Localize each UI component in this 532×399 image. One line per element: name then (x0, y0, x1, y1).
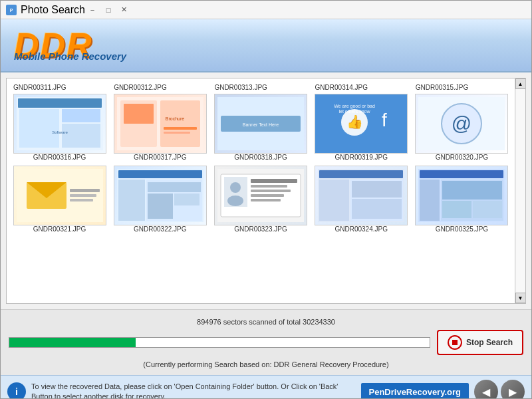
photo-thumb-316: Software (13, 94, 106, 154)
photo-label-319: GNDR00319.JPG (334, 154, 387, 161)
photo-item-317[interactable]: Brochure GNDR00317.JPG (112, 94, 207, 163)
svg-rect-34 (118, 170, 202, 178)
info-icon: i (7, 382, 26, 399)
stop-btn-label: Stop Search (466, 338, 513, 347)
scroll-up-button[interactable]: ▲ (515, 78, 526, 89)
nav-buttons: ◀ ▶ (474, 380, 525, 399)
svg-rect-51 (319, 170, 403, 178)
photo-item-316[interactable]: Software GNDR00316.JPG (12, 94, 107, 163)
photo-label-324: GNDR00324.JPG (334, 225, 387, 233)
scroll-down-button[interactable]: ▼ (515, 293, 526, 303)
photo-thumb-322 (114, 166, 207, 225)
photo-label-322: GNDR00322.JPG (134, 225, 186, 233)
photo-label-317: GNDR00317.JPG (134, 154, 186, 161)
svg-rect-52 (319, 180, 349, 221)
progress-area: 894976 sectors scanned of total 30234330… (1, 309, 531, 375)
svg-rect-11 (124, 104, 154, 124)
photo-thumb-323 (214, 166, 307, 225)
svg-rect-5 (62, 109, 100, 122)
stop-search-button[interactable]: ⏹ Stop Search (437, 330, 523, 355)
photo-item-319[interactable]: 👍 We are good or bad let others know f G… (314, 94, 409, 163)
svg-rect-14 (164, 132, 190, 134)
svg-rect-60 (442, 181, 502, 200)
photo-item-323[interactable]: GNDR00323.JPG (213, 166, 308, 235)
photo-label-315: GNDR00315.JPG (414, 84, 509, 91)
svg-rect-43 (251, 179, 297, 183)
svg-text:let others know: let others know (339, 109, 371, 114)
photo-thumb-324 (315, 166, 408, 225)
svg-text:Software: Software (52, 130, 68, 134)
info-bar: i To view the recovered Data, please cli… (1, 375, 531, 399)
close-button[interactable]: ✕ (117, 4, 132, 16)
svg-rect-46 (251, 194, 284, 197)
svg-rect-62 (473, 201, 502, 218)
grid-row-2: Software GNDR00316.JPG Brochure (12, 94, 509, 163)
next-button[interactable]: ▶ (501, 380, 525, 399)
svg-text:We are good or bad: We are good or bad (334, 104, 375, 109)
photo-item-321[interactable]: GNDR00321.JPG (12, 166, 107, 235)
svg-rect-32 (70, 199, 93, 201)
grid-row-3: GNDR00321.JPG (12, 166, 509, 235)
window-controls: − □ ✕ (85, 4, 132, 16)
svg-rect-35 (118, 180, 145, 221)
svg-rect-6 (62, 124, 100, 148)
svg-rect-38 (148, 194, 173, 219)
title-bar: P Photo Search − □ ✕ (1, 1, 531, 19)
photo-item-320[interactable]: @ GNDR00320.JPG (414, 94, 509, 163)
photo-label-318: GNDR00318.JPG (234, 154, 287, 161)
svg-rect-57 (420, 170, 503, 178)
back-button[interactable]: ◀ (474, 380, 498, 399)
photo-thumb-321 (13, 166, 106, 225)
info-letter: i (15, 386, 18, 397)
maximize-button[interactable]: □ (101, 4, 116, 16)
minimize-button[interactable]: − (85, 4, 100, 16)
photo-label-314: GNDR00314.JPG (314, 84, 409, 91)
photo-label-325: GNDR00325.JPG (436, 225, 488, 233)
photo-label-313: GNDR00313.JPG (213, 84, 308, 91)
photo-item-324[interactable]: GNDR00324.JPG (314, 166, 409, 235)
svg-rect-30 (70, 189, 100, 192)
svg-text:Banner Text Here: Banner Text Here (243, 122, 279, 127)
photo-label-320: GNDR00320.JPG (436, 154, 488, 161)
grid-row-labels-1: GNDR00311.JPG GNDR00312.JPG GNDR00313.JP… (12, 84, 520, 91)
svg-point-48 (230, 182, 241, 193)
svg-rect-37 (148, 182, 201, 192)
sector-count: 894976 sectors scanned of total 30234330 (197, 318, 335, 326)
svg-rect-58 (420, 180, 440, 221)
photo-label-311: GNDR00311.JPG (12, 84, 107, 91)
svg-rect-54 (352, 181, 402, 198)
svg-rect-61 (442, 201, 471, 218)
svg-text:@: @ (452, 112, 471, 134)
scrollbar[interactable]: ▲ ▼ (515, 78, 525, 303)
svg-text:👍: 👍 (346, 114, 363, 130)
svg-rect-45 (251, 190, 291, 192)
svg-rect-47 (251, 199, 281, 201)
photo-label-316: GNDR00316.JPG (33, 154, 86, 161)
progress-bar-fill (9, 338, 136, 347)
photo-label-312: GNDR00312.JPG (112, 84, 207, 91)
svg-rect-13 (164, 127, 197, 130)
svg-rect-4 (19, 109, 59, 148)
progress-bar (9, 337, 430, 348)
photo-thumb-317: Brochure (114, 94, 207, 154)
photo-item-322[interactable]: GNDR00322.JPG (112, 166, 207, 235)
photo-thumb-320: @ (415, 94, 508, 154)
svg-rect-31 (70, 194, 96, 197)
info-text: To view the recovered Data, please click… (31, 382, 356, 399)
app-subtitle: Mobile Phone Recovery (14, 51, 126, 62)
window-title: Photo Search (21, 4, 85, 16)
photo-thumb-318: Banner Text Here (214, 94, 307, 154)
svg-rect-3 (18, 98, 102, 108)
app-header: DDR Mobile Phone Recovery (1, 19, 531, 72)
svg-text:P: P (10, 8, 13, 13)
app-icon: P (6, 5, 17, 15)
photo-item-318[interactable]: Banner Text Here GNDR00318.JPG (213, 94, 308, 163)
svg-text:Brochure: Brochure (166, 116, 185, 121)
scroll-track (516, 89, 525, 293)
svg-rect-55 (352, 199, 402, 219)
svg-text:f: f (382, 110, 387, 130)
brand-label: PenDriveRecovery.org (361, 383, 469, 400)
photo-item-325[interactable]: GNDR00325.JPG (414, 166, 509, 235)
photo-label-323: GNDR00323.JPG (234, 225, 287, 233)
svg-rect-10 (160, 100, 200, 147)
